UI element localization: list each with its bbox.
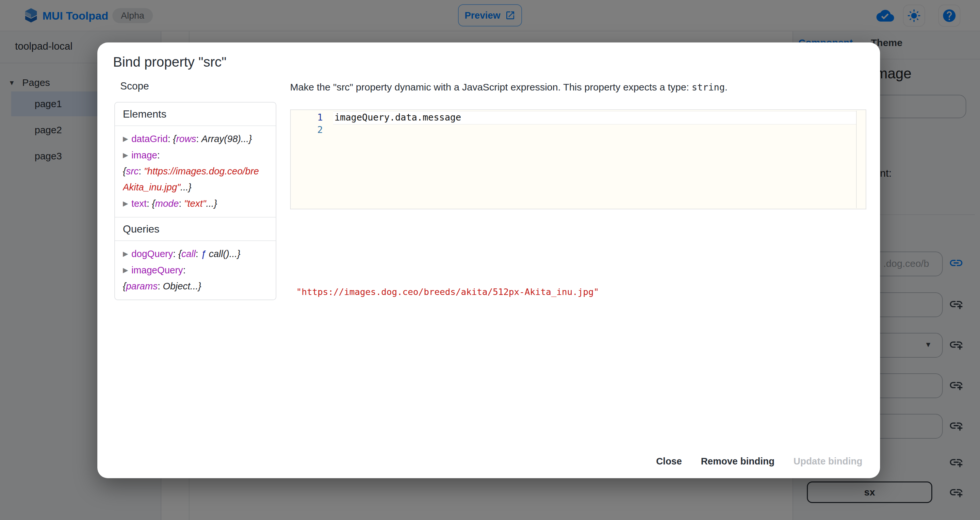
dialog-title: Bind property "src" [113,54,226,70]
code-line: imageQuery.data.message [334,111,461,124]
scope-explorer: Elements ▶dataGrid: {rows: Array(98)...}… [115,102,276,300]
elements-section-header: Elements [115,103,276,126]
scope-label: Scope [120,80,149,92]
queries-tree: ▶dogQuery: {call: ƒ call()...} ▶imageQue… [115,241,276,299]
binding-description: Make the "src" property dynamic with a J… [290,82,865,93]
tree-item-image[interactable]: ▶image: [123,147,271,163]
tree-item-image-preview[interactable]: {src: "https://images.dog.ceo/bre [123,163,271,179]
tree-item-imageQuery-preview[interactable]: {params: Object...} [123,278,271,294]
line-number-2: 2 [291,124,323,136]
evaluation-result: "https://images.dog.ceo/breeds/akita/512… [296,287,599,297]
tree-item-imageQuery[interactable]: ▶imageQuery: [123,262,271,278]
dialog-actions: Close Remove binding Update binding [648,452,870,471]
tree-item-dataGrid[interactable]: ▶dataGrid: {rows: Array(98)...} [123,130,271,147]
tree-item-dogQuery[interactable]: ▶dogQuery: {call: ƒ call()...} [123,246,271,262]
close-button[interactable]: Close [648,452,690,471]
remove-binding-button[interactable]: Remove binding [693,452,783,471]
expression-code-editor[interactable]: 1 2 imageQuery.data.message [290,110,866,209]
tree-item-image-preview-2[interactable]: Akita_inu.jpg"...} [123,179,271,195]
tree-item-text[interactable]: ▶text: {mode: "text"...} [123,195,271,211]
queries-section-header: Queries [115,218,276,240]
bind-property-dialog: Bind property "src" Scope Elements ▶data… [97,43,880,478]
elements-tree: ▶dataGrid: {rows: Array(98)...} ▶image: … [115,126,276,217]
line-number-1: 1 [291,111,323,124]
update-binding-button[interactable]: Update binding [786,452,870,471]
